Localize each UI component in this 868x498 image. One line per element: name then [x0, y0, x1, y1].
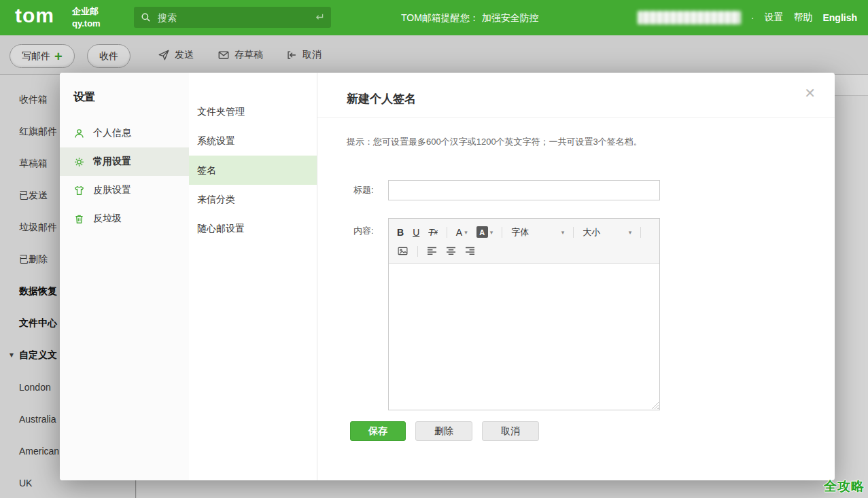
header: tom 企业邮 qy.tom TOM邮箱提醒您： 加强安全防控 · 设置 帮助 …: [0, 0, 868, 35]
clear-format-button[interactable]: Tx: [428, 228, 438, 237]
clear-format-x: x: [434, 229, 438, 236]
resize-grip[interactable]: [651, 402, 659, 409]
nav-personal-info-label: 个人信息: [93, 127, 131, 139]
submenu-signature[interactable]: 签名: [189, 156, 317, 185]
separator-dot: ·: [751, 12, 754, 23]
font-size-dropdown[interactable]: 大小 ▾: [583, 226, 631, 238]
submenu-system-settings[interactable]: 系统设置: [189, 126, 317, 156]
highlight-color-button[interactable]: A ▾: [476, 226, 493, 238]
header-link-settings[interactable]: 设置: [764, 12, 783, 24]
close-icon[interactable]: ✕: [804, 86, 816, 100]
align-center-icon: [446, 247, 456, 255]
toolbar-separator: [640, 227, 641, 238]
panel-title: 新建个人签名: [347, 91, 835, 107]
chevron-down-icon: ▾: [629, 229, 632, 236]
title-field-label: 标题:: [353, 184, 388, 196]
brand-line-bottom: qy.tom: [72, 18, 101, 30]
user-icon: [73, 128, 85, 139]
save-button[interactable]: 保存: [350, 421, 406, 441]
chevron-down-icon: ▾: [464, 229, 468, 236]
settings-nav: 设置 个人信息 常用设置: [60, 73, 189, 480]
settings-nav-skin[interactable]: 皮肤设置: [60, 176, 189, 204]
image-icon: [397, 245, 409, 257]
tom-mail-app: tom 企业邮 qy.tom TOM邮箱提醒您： 加强安全防控 · 设置 帮助 …: [0, 0, 868, 498]
align-right-icon: [465, 247, 475, 255]
highlight-color-letter: A: [476, 226, 488, 238]
settings-modal: 设置 个人信息 常用设置: [60, 73, 835, 480]
font-color-letter: A: [456, 228, 462, 237]
font-family-dropdown[interactable]: 字体 ▾: [511, 226, 564, 238]
title-field-row: 标题:: [353, 180, 660, 200]
content-field-row: 内容: B U Tx A ▾ A: [353, 218, 660, 410]
align-center-button[interactable]: [446, 247, 456, 255]
trash-icon: [73, 213, 85, 225]
action-buttons: 保存 删除 取消: [350, 421, 539, 441]
watermark-text: 全攻略: [824, 478, 865, 495]
chevron-down-icon: ▾: [561, 229, 565, 236]
enter-key-icon: [313, 13, 324, 22]
settings-nav-antispam[interactable]: 反垃圾: [60, 204, 189, 233]
align-left-icon: [427, 247, 437, 255]
brand-line-top: 企业邮: [72, 5, 101, 18]
user-email-blurred[interactable]: [638, 11, 741, 24]
search-box[interactable]: [134, 7, 331, 28]
delete-button[interactable]: 删除: [415, 421, 472, 441]
font-color-button[interactable]: A ▾: [456, 228, 468, 237]
editor-toolbar-row-1: B U Tx A ▾ A ▾: [397, 222, 651, 242]
brand-block: 企业邮 qy.tom: [72, 5, 101, 30]
editor-toolbar-row-2: [397, 242, 651, 260]
settings-nav-general[interactable]: 常用设置: [60, 147, 189, 176]
nav-antispam-label: 反垃圾: [93, 213, 122, 225]
cancel-button[interactable]: 取消: [482, 421, 539, 441]
toolbar-separator: [417, 246, 418, 257]
header-link-english[interactable]: English: [822, 12, 857, 23]
toolbar-separator: [573, 227, 574, 238]
search-icon: [141, 12, 151, 22]
settings-title: 设置: [73, 90, 189, 105]
security-notice: TOM邮箱提醒您： 加强安全防控: [401, 0, 539, 35]
editor-toolbar: B U Tx A ▾ A ▾: [389, 219, 659, 264]
panel-header: 新建个人签名: [317, 73, 835, 118]
tom-logo[interactable]: tom: [15, 4, 54, 27]
gear-icon: [73, 156, 85, 168]
nav-general-label: 常用设置: [93, 156, 131, 168]
header-right: · 设置 帮助 English: [638, 0, 857, 35]
content-field-label: 内容:: [353, 218, 388, 410]
font-family-label: 字体: [511, 226, 529, 238]
toolbar-separator: [502, 227, 502, 238]
signature-panel: 新建个人签名 ✕ 提示：您可设置最多600个汉字或1200个英文字符；一共可设置…: [317, 73, 835, 480]
shirt-icon: [73, 185, 85, 196]
nav-skin-label: 皮肤设置: [93, 184, 131, 196]
search-input[interactable]: [156, 12, 308, 24]
submenu-folder-management[interactable]: 文件夹管理: [189, 97, 317, 126]
underline-button[interactable]: U: [413, 228, 419, 237]
settings-nav-personal-info[interactable]: 个人信息: [60, 119, 189, 147]
signature-hint: 提示：您可设置最多600个汉字或1200个英文字符；一共可设置3个签名档。: [347, 136, 642, 148]
toolbar-separator: [447, 227, 447, 238]
font-size-label: 大小: [583, 226, 600, 238]
insert-image-button[interactable]: [397, 245, 409, 257]
chevron-down-icon: ▾: [490, 229, 493, 236]
rich-text-editor: B U Tx A ▾ A ▾: [388, 218, 660, 410]
submenu-suixin-mail[interactable]: 随心邮设置: [189, 214, 317, 243]
bold-button[interactable]: B: [397, 228, 404, 237]
header-link-help[interactable]: 帮助: [793, 12, 812, 24]
align-right-button[interactable]: [465, 247, 475, 255]
signature-content-editor[interactable]: [389, 264, 659, 410]
submenu-mail-classification[interactable]: 来信分类: [189, 185, 317, 214]
clear-format-t: T: [428, 228, 434, 237]
settings-submenu: 文件夹管理 系统设置 签名 来信分类 随心邮设置: [189, 73, 317, 480]
align-left-button[interactable]: [427, 247, 437, 255]
signature-title-input[interactable]: [388, 180, 660, 200]
